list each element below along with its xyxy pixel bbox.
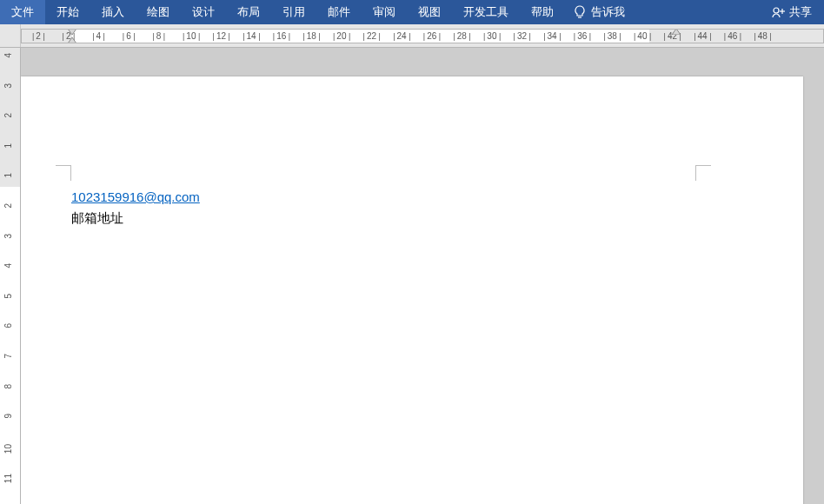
v-ruler-tick: 1 xyxy=(3,143,13,149)
v-ruler-tick: 8 xyxy=(3,384,13,389)
ribbon-tab-design[interactable]: 设计 xyxy=(181,0,226,24)
page-area[interactable]: 1023159916@qq.com 邮箱地址 xyxy=(21,48,824,504)
v-ruler-tick: 2 xyxy=(3,203,13,209)
h-ruler-tick: 16 xyxy=(273,31,290,41)
v-ruler-tick: 11 xyxy=(3,474,13,483)
tell-me-label: 告诉我 xyxy=(591,4,625,20)
share-icon xyxy=(772,6,786,18)
share-label: 共享 xyxy=(789,4,812,20)
v-ruler-tick: 3 xyxy=(3,234,13,239)
ruler-corner xyxy=(0,24,21,47)
h-ruler-tick: 30 xyxy=(483,31,501,41)
v-ruler-tick: 2 xyxy=(3,113,13,118)
share-button[interactable]: 共享 xyxy=(767,0,817,24)
h-ruler-tick: 4 xyxy=(92,31,105,41)
h-ruler-tick: 40 xyxy=(634,31,651,41)
horizontal-ruler[interactable]: 2246810121416182022242628303234363840424… xyxy=(21,29,824,43)
document-page[interactable]: 1023159916@qq.com 邮箱地址 xyxy=(21,76,803,504)
h-ruler-tick: 48 xyxy=(754,31,771,41)
h-ruler-tick: 24 xyxy=(393,31,410,41)
h-ruler-tick: 12 xyxy=(213,31,230,41)
ruler-area: 2246810121416182022242628303234363840424… xyxy=(0,24,824,48)
svg-point-1 xyxy=(774,8,779,13)
h-ruler-tick: 26 xyxy=(423,31,441,41)
ribbon-bar: 文件 开始 插入 绘图 设计 布局 引用 邮件 审阅 视图 开发工具 帮助 告诉… xyxy=(0,0,824,24)
h-ruler-tick: 18 xyxy=(302,31,320,41)
ribbon-tab-home[interactable]: 开始 xyxy=(45,0,90,24)
h-ruler-tick: 14 xyxy=(243,31,260,41)
header-margin-mark-left xyxy=(56,165,71,181)
h-ruler-tick: 2 xyxy=(32,31,45,41)
svg-marker-5 xyxy=(68,37,76,43)
h-ruler-tick: 44 xyxy=(694,31,711,41)
svg-marker-6 xyxy=(672,29,681,35)
v-ruler-tick: 3 xyxy=(3,83,13,89)
h-ruler-tick: 20 xyxy=(333,31,350,41)
h-ruler-tick: 8 xyxy=(152,31,165,41)
ribbon-tab-draw[interactable]: 绘图 xyxy=(136,0,181,24)
h-ruler-tick: 6 xyxy=(123,31,136,41)
first-line-indent-icon[interactable] xyxy=(68,29,76,35)
v-ruler-tick: 4 xyxy=(3,263,13,269)
v-ruler-tick: 6 xyxy=(3,323,13,328)
ribbon-tabs: 文件 开始 插入 绘图 设计 布局 引用 邮件 审阅 视图 开发工具 帮助 xyxy=(0,0,565,24)
v-ruler-tick: 5 xyxy=(3,294,13,299)
right-indent-icon[interactable] xyxy=(672,29,681,35)
email-label-text[interactable]: 邮箱地址 xyxy=(71,208,200,229)
h-ruler-tick: 28 xyxy=(453,31,470,41)
svg-marker-4 xyxy=(68,29,76,35)
ribbon-tab-layout[interactable]: 布局 xyxy=(226,0,271,24)
h-ruler-tick: 10 xyxy=(183,31,200,41)
h-ruler-tick: 32 xyxy=(514,31,531,41)
ribbon-tab-file[interactable]: 文件 xyxy=(0,0,45,24)
header-margin-mark-right xyxy=(695,165,711,181)
v-ruler-tick: 4 xyxy=(3,53,13,58)
workspace: 43211234567891011121314 1023159916@qq.co… xyxy=(0,48,824,504)
v-ruler-tick: 7 xyxy=(3,354,13,359)
ribbon-tab-view[interactable]: 视图 xyxy=(407,0,452,24)
ribbon-tab-review[interactable]: 审阅 xyxy=(362,0,407,24)
v-ruler-tick: 10 xyxy=(3,444,13,454)
page-content[interactable]: 1023159916@qq.com 邮箱地址 xyxy=(71,187,200,229)
h-ruler-tick: 38 xyxy=(603,31,621,41)
hanging-indent-icon[interactable] xyxy=(68,37,76,43)
ribbon-tab-help[interactable]: 帮助 xyxy=(520,0,565,24)
email-hyperlink[interactable]: 1023159916@qq.com xyxy=(71,189,200,204)
lightbulb-icon xyxy=(574,5,586,19)
h-ruler-tick: 36 xyxy=(574,31,591,41)
vertical-ruler[interactable]: 43211234567891011121314 xyxy=(0,48,21,504)
v-ruler-tick: 1 xyxy=(3,173,13,178)
ribbon-tab-insert[interactable]: 插入 xyxy=(90,0,136,24)
h-ruler-tick: 22 xyxy=(363,31,381,41)
h-ruler-tick: 34 xyxy=(543,31,561,41)
ribbon-tab-devtools[interactable]: 开发工具 xyxy=(452,0,520,24)
tell-me-search[interactable]: 告诉我 xyxy=(565,0,634,24)
ribbon-tab-mail[interactable]: 邮件 xyxy=(316,0,362,24)
v-ruler-tick: 9 xyxy=(3,414,13,419)
h-ruler-tick: 46 xyxy=(724,31,741,41)
ribbon-tab-ref[interactable]: 引用 xyxy=(271,0,316,24)
